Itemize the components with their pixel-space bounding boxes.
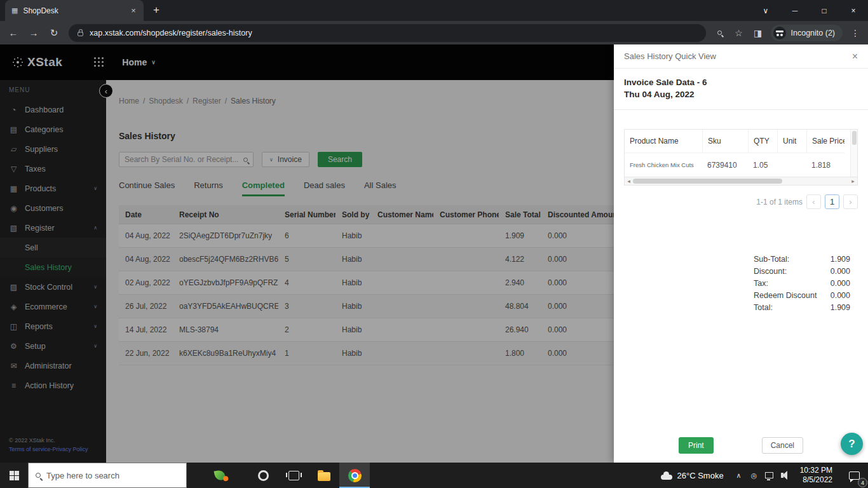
redeem-discount-label: Redeem Discount [754, 291, 817, 300]
widgets-app-icon[interactable] [205, 463, 235, 488]
tax-label: Tax: [754, 279, 768, 288]
invoice-date: Thu 04 Aug, 2022 [624, 88, 858, 100]
drawer-header: Sales History Quick View × [614, 44, 868, 69]
chrome-icon [348, 469, 362, 482]
screen: ▦ ShopDesk × + ∨ ─ □ × ← → ↻ xap.xstak.c… [0, 0, 868, 488]
cell-qty: 1.05 [748, 152, 777, 177]
address-bar[interactable]: xap.xstak.com/shopdesk/register/sales-hi… [69, 24, 706, 42]
invoice-heading: Invoice Sale Data - 6 Thu 04 Aug, 2022 [614, 69, 868, 110]
cell-sale-price: 1.818 [806, 152, 844, 177]
browser-menu-icon[interactable]: ⋮ [846, 24, 864, 42]
incognito-badge: Incognito (2) [771, 25, 843, 41]
folder-icon [318, 472, 330, 481]
back-button[interactable]: ← [4, 24, 23, 43]
quickview-table-wrapper: Product Name Sku QTY Unit Sale Price Fre… [624, 129, 858, 186]
tax-value: 0.000 [831, 279, 850, 288]
start-button[interactable] [0, 463, 28, 488]
next-page-button[interactable]: › [843, 194, 858, 209]
cell-product-name: Fresh Chicken Mix Cuts [625, 152, 702, 177]
windows-logo-icon [10, 471, 19, 480]
scrollbar-thumb[interactable] [633, 179, 782, 184]
weather-icon [661, 475, 672, 480]
minimize-button[interactable]: ─ [780, 0, 810, 21]
o-ring-icon [258, 470, 269, 481]
vertical-scrollbar[interactable] [850, 130, 857, 177]
search-icon [36, 473, 41, 478]
subtotal-value: 1.909 [831, 255, 850, 264]
opera-app-icon[interactable] [248, 463, 278, 488]
tab-close-icon[interactable]: × [128, 6, 139, 16]
leaf-icon [214, 470, 226, 482]
pagination-info: 1-1 of 1 items [756, 198, 803, 207]
notification-icon [849, 471, 860, 480]
scrollbar-thumb[interactable] [852, 131, 857, 145]
subtotal-label: Sub-Total: [754, 255, 789, 264]
tray-app-icon[interactable]: ◎ [747, 463, 762, 488]
invoice-title: Invoice Sale Data - 6 [624, 76, 858, 88]
volume-icon[interactable] [777, 463, 792, 488]
taskbar-search[interactable] [28, 463, 187, 488]
incognito-label: Incognito (2) [791, 29, 835, 37]
time-text: 10:32 PM [800, 466, 832, 475]
task-view-button[interactable] [278, 463, 309, 488]
app-window: XStak Home ∨ ‹ MENU ◔ Dashboard ▤ Catego… [0, 44, 868, 463]
bookmark-star-icon[interactable]: ☆ [730, 24, 748, 42]
action-center-button[interactable]: 4 [840, 463, 868, 488]
tray-expand-icon[interactable]: ∧ [731, 463, 747, 488]
tab-search-chevron-icon[interactable]: ∨ [751, 0, 780, 21]
browser-tab-strip: ▦ ShopDesk × + ∨ ─ □ × [0, 0, 868, 21]
column-header: Sale Price [806, 130, 844, 152]
scroll-right-icon[interactable]: ▸ [849, 177, 857, 186]
scroll-left-icon[interactable]: ◂ [625, 177, 633, 186]
browser-toolbar: ← → ↻ xap.xstak.com/shopdesk/register/sa… [0, 21, 868, 44]
tab-title: ShopDesk [23, 6, 123, 15]
table-row: Fresh Chicken Mix Cuts 6739410 1.05 1.81… [625, 152, 850, 177]
window-controls: ∨ ─ □ × [751, 0, 868, 21]
column-header: Unit [777, 130, 806, 152]
quick-view-drawer: Sales History Quick View × Invoice Sale … [614, 44, 868, 463]
totals-summary: Sub-Total:1.909 Discount:0.000 Tax:0.000… [754, 255, 850, 315]
close-window-button[interactable]: × [839, 0, 868, 21]
total-value: 1.909 [831, 303, 850, 312]
clock[interactable]: 10:32 PM 8/5/2022 [792, 466, 840, 485]
cancel-button[interactable]: Cancel [762, 437, 803, 454]
tab-favicon-icon: ▦ [11, 6, 18, 15]
page-number-button[interactable]: 1 [825, 194, 839, 209]
previous-page-button[interactable]: ‹ [806, 194, 821, 209]
drawer-title: Sales History Quick View [624, 51, 716, 61]
quickview-header-row: Product Name Sku QTY Unit Sale Price [625, 130, 850, 152]
close-icon[interactable]: × [852, 51, 858, 62]
date-text: 8/5/2022 [800, 475, 832, 485]
refresh-button[interactable]: ↻ [44, 24, 64, 43]
redeem-discount-value: 0.000 [831, 291, 850, 300]
task-view-icon [288, 471, 299, 480]
taskbar-search-input[interactable] [46, 471, 179, 480]
forward-button[interactable]: → [24, 24, 43, 43]
maximize-button[interactable]: □ [810, 0, 839, 21]
side-panel-icon[interactable]: ◨ [749, 24, 767, 42]
pagination: 1-1 of 1 items ‹ 1 › [624, 194, 858, 209]
system-tray: 26°C Smoke ∧ ◎ 10:32 PM 8/5/2022 4 [661, 463, 868, 488]
print-button[interactable]: Print [679, 437, 714, 454]
chrome-button[interactable] [339, 463, 370, 488]
notification-badge: 4 [858, 478, 867, 487]
new-tab-button[interactable]: + [147, 1, 165, 19]
discount-value: 0.000 [831, 267, 850, 276]
file-explorer-button[interactable] [309, 463, 339, 488]
discount-label: Discount: [754, 267, 787, 276]
help-button[interactable]: ? [841, 433, 863, 455]
search-icon[interactable] [711, 24, 729, 42]
cell-unit [777, 152, 806, 177]
horizontal-scrollbar[interactable]: ◂ ▸ [624, 177, 858, 186]
weather-text[interactable]: 26°C Smoke [677, 471, 724, 480]
browser-tab[interactable]: ▦ ShopDesk × [5, 0, 144, 21]
url-text[interactable]: xap.xstak.com/shopdesk/register/sales-hi… [90, 29, 252, 37]
drawer-footer: Print Cancel [614, 437, 868, 463]
incognito-icon [773, 27, 786, 39]
quickview-table: Product Name Sku QTY Unit Sale Price Fre… [624, 129, 858, 177]
column-header: Product Name [625, 130, 702, 152]
column-header: QTY [748, 130, 777, 152]
total-label: Total: [754, 303, 773, 312]
network-icon[interactable] [762, 463, 777, 488]
column-header: Sku [702, 130, 748, 152]
